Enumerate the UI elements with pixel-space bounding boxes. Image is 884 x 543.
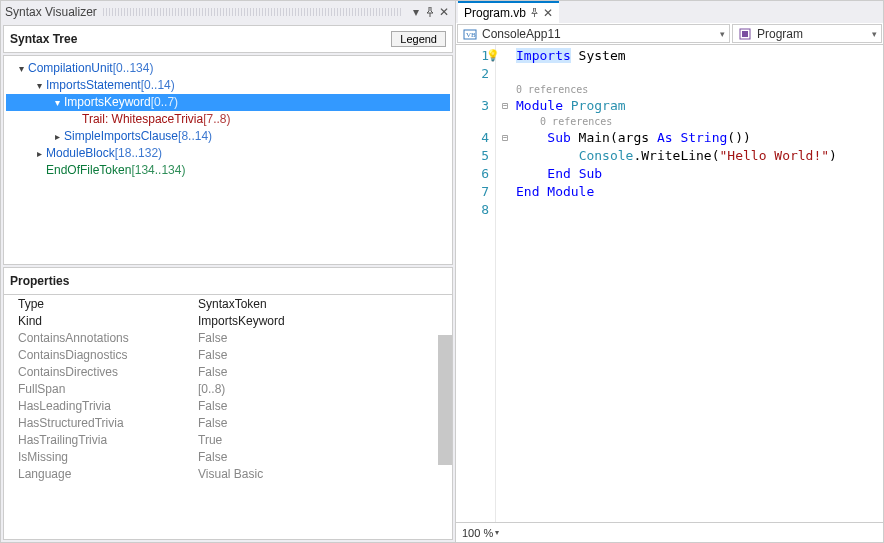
project-combo[interactable]: VB ConsoleApp11 ▾ [457,24,730,43]
tree-node-range: [0..134) [113,60,154,77]
line-number: 4 [456,129,489,147]
line-number: 5 [456,147,489,165]
property-value: Visual Basic [198,467,263,481]
pin-icon[interactable] [423,7,437,17]
zoom-level[interactable]: 100 % [462,527,493,539]
close-icon[interactable]: ✕ [543,6,553,20]
chevron-down-icon: ▾ [720,29,725,39]
syntax-tree-header: Syntax Tree Legend [3,25,453,53]
fold-toggle [496,201,514,219]
editor-statusbar: 100 % ▾ [456,522,883,542]
property-value: ImportsKeyword [198,314,285,328]
property-row[interactable]: HasStructuredTriviaFalse [4,414,452,431]
tree-node[interactable]: Trail: WhitespaceTrivia [7..8) [6,111,450,128]
tree-node[interactable]: ▸ModuleBlock [18..132) [6,145,450,162]
code-editor[interactable]: 💡 12345678 ⊟⊟ Imports System0 references… [456,45,883,522]
code-line[interactable]: Console.WriteLine("Hello World!") [516,147,883,165]
lightbulb-icon[interactable]: 💡 [486,47,500,65]
tree-node-label: Trail: WhitespaceTrivia [82,111,203,128]
code-area[interactable]: Imports System0 referencesModule Program… [514,45,883,522]
tree-node[interactable]: ▸SimpleImportsClause [8..14) [6,128,450,145]
tree-node-range: [0..14) [141,77,175,94]
property-key: FullSpan [18,382,198,396]
legend-button[interactable]: Legend [391,31,446,47]
property-row[interactable]: HasLeadingTriviaFalse [4,397,452,414]
property-row[interactable]: LanguageVisual Basic [4,465,452,482]
project-combo-text: ConsoleApp11 [482,27,561,41]
property-key: ContainsDirectives [18,365,198,379]
code-line[interactable]: Module Program [516,97,883,115]
property-value: False [198,416,227,430]
property-key: HasLeadingTrivia [18,399,198,413]
property-row[interactable]: KindImportsKeyword [4,312,452,329]
property-value: False [198,331,227,345]
fold-toggle [496,147,514,165]
line-number: 2 [456,65,489,83]
fold-toggle [496,183,514,201]
tree-node-label: ImportsStatement [46,77,141,94]
codelens[interactable]: 0 references [516,115,883,129]
property-value: False [198,450,227,464]
tree-node[interactable]: ▾ImportsKeyword [0..7) [6,94,450,111]
expand-arrow-icon[interactable]: ▾ [32,77,46,94]
member-combo[interactable]: Program ▾ [732,24,882,43]
property-row[interactable]: ContainsAnnotationsFalse [4,329,452,346]
fold-column[interactable]: ⊟⊟ [496,45,514,522]
property-row[interactable]: IsMissingFalse [4,448,452,465]
property-value: SyntaxToken [198,297,267,311]
property-value: [0..8) [198,382,225,396]
property-key: HasTrailingTrivia [18,433,198,447]
code-line[interactable]: Sub Main(args As String()) [516,129,883,147]
property-row[interactable]: HasTrailingTriviaTrue [4,431,452,448]
property-row[interactable]: FullSpan[0..8) [4,380,452,397]
tree-node-label: ModuleBlock [46,145,115,162]
chevron-down-icon: ▾ [872,29,877,39]
code-line[interactable]: End Sub [516,165,883,183]
chevron-down-icon[interactable]: ▾ [495,528,499,537]
code-line[interactable] [516,65,883,83]
tree-node[interactable]: ▾CompilationUnit [0..134) [6,60,450,77]
property-key: ContainsDiagnostics [18,348,198,362]
syntax-visualizer-panel: Syntax Visualizer ▾ ✕ Syntax Tree Legend… [1,1,456,542]
fold-toggle [496,165,514,183]
property-value: False [198,365,227,379]
code-line[interactable]: Imports System [516,47,883,65]
property-key: Type [18,297,198,311]
code-line[interactable] [516,201,883,219]
tab-label: Program.vb [464,6,526,20]
property-key: IsMissing [18,450,198,464]
editor-tab[interactable]: Program.vb ✕ [458,1,559,23]
property-value: False [198,348,227,362]
panel-grip [103,8,403,16]
property-value: True [198,433,222,447]
code-line[interactable]: End Module [516,183,883,201]
fold-toggle [496,65,514,83]
dropdown-icon[interactable]: ▾ [409,5,423,19]
member-combo-text: Program [757,27,803,41]
expand-arrow-icon[interactable]: ▾ [50,94,64,111]
tree-node[interactable]: ▾ImportsStatement [0..14) [6,77,450,94]
syntax-tree[interactable]: ▾CompilationUnit [0..134)▾ImportsStateme… [3,55,453,265]
tree-node-label: ImportsKeyword [64,94,151,111]
property-row[interactable]: ContainsDirectivesFalse [4,363,452,380]
fold-toggle[interactable]: ⊟ [496,129,514,147]
tree-node[interactable]: EndOfFileToken [134..134) [6,162,450,179]
tree-node-label: SimpleImportsClause [64,128,178,145]
property-row[interactable]: TypeSyntaxToken [4,295,452,312]
expand-arrow-icon[interactable]: ▸ [32,145,46,162]
pin-icon[interactable] [530,8,539,19]
property-row[interactable]: ContainsDiagnosticsFalse [4,346,452,363]
panel-titlebar: Syntax Visualizer ▾ ✕ [1,1,455,23]
properties-grid[interactable]: TypeSyntaxTokenKindImportsKeyword Contai… [3,295,453,540]
vb-project-icon: VB [462,26,478,42]
scrollbar-thumb[interactable] [438,335,452,465]
expand-arrow-icon[interactable]: ▸ [50,128,64,145]
nav-bar: VB ConsoleApp11 ▾ Program ▾ [456,23,883,45]
panel-title: Syntax Visualizer [5,5,97,19]
property-key: Kind [18,314,198,328]
codelens[interactable]: 0 references [516,83,883,97]
expand-arrow-icon[interactable]: ▾ [14,60,28,77]
fold-toggle[interactable]: ⊟ [496,97,514,115]
close-icon[interactable]: ✕ [437,5,451,19]
property-key: ContainsAnnotations [18,331,198,345]
